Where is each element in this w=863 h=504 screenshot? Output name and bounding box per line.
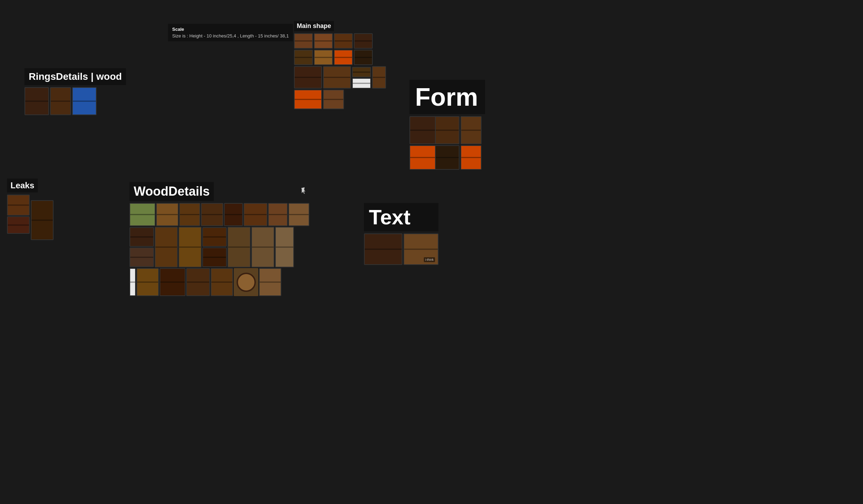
barrel-image bbox=[202, 247, 227, 267]
barrel-image bbox=[352, 78, 371, 89]
barrel-image bbox=[259, 268, 281, 296]
barrel-image bbox=[129, 247, 154, 267]
barrel-image bbox=[314, 33, 333, 49]
barrel-image bbox=[435, 116, 459, 144]
barrel-image bbox=[201, 203, 223, 226]
barrel-image bbox=[50, 87, 71, 115]
text-title: Text bbox=[364, 203, 438, 231]
form-cluster: Form bbox=[409, 80, 485, 170]
barrel-image bbox=[268, 203, 288, 226]
barrel-image bbox=[294, 66, 322, 89]
wood-details-title: WoodDetails bbox=[129, 182, 214, 201]
barrel-image bbox=[234, 268, 258, 296]
barrel-image bbox=[294, 50, 313, 65]
barrel-image bbox=[72, 87, 97, 115]
barrel-image bbox=[178, 227, 202, 267]
rings-details-title: RingsDetails | wood bbox=[24, 68, 126, 85]
barrel-image bbox=[202, 227, 227, 247]
barrel-image bbox=[409, 145, 437, 170]
scale-cluster: Scale Size is : Height - 10 inches/25,4 … bbox=[168, 24, 293, 41]
barrel-image bbox=[129, 268, 136, 296]
barrel-image bbox=[7, 195, 30, 216]
barrel-image bbox=[160, 268, 185, 296]
scale-title: Scale bbox=[172, 27, 289, 32]
scale-description: Size is : Height - 10 inches/25,4 , Leng… bbox=[172, 33, 289, 38]
barrel-image bbox=[224, 203, 243, 226]
barrel-image bbox=[31, 200, 54, 240]
wood-details-cluster: WoodDetails bbox=[129, 182, 309, 296]
barrel-image bbox=[186, 268, 210, 296]
leaks-title: Leaks bbox=[7, 178, 38, 192]
barrel-image bbox=[435, 145, 459, 170]
barrel-image bbox=[364, 233, 402, 265]
barrel-image bbox=[461, 116, 482, 144]
barrel-image bbox=[354, 50, 373, 65]
barrel-image bbox=[211, 268, 233, 296]
barrel-image bbox=[156, 203, 178, 226]
barrel-image bbox=[334, 50, 353, 65]
barrel-image bbox=[323, 90, 344, 109]
barrel-image bbox=[352, 67, 371, 77]
barrel-image bbox=[129, 203, 155, 226]
barrel-image bbox=[155, 227, 178, 267]
barrel-image bbox=[251, 227, 274, 267]
barrel-image: i-think bbox=[404, 233, 438, 265]
main-shape-cluster: Main shape bbox=[294, 21, 386, 109]
barrel-image bbox=[227, 227, 251, 267]
barrel-image bbox=[461, 145, 482, 170]
form-title: Form bbox=[409, 80, 485, 114]
barrel-image bbox=[275, 227, 294, 267]
barrel-image bbox=[372, 66, 386, 89]
barrel-image bbox=[354, 33, 373, 49]
rings-details-cluster: RingsDetails | wood bbox=[24, 68, 126, 115]
main-shape-title: Main shape bbox=[294, 21, 334, 31]
barrel-image bbox=[244, 203, 267, 226]
barrel-image bbox=[294, 90, 322, 109]
barrel-image bbox=[7, 216, 30, 234]
barrel-image bbox=[179, 203, 200, 226]
barrel-image bbox=[334, 33, 353, 49]
barrel-image bbox=[409, 116, 437, 144]
barrel-image bbox=[288, 203, 309, 226]
barrel-image bbox=[294, 33, 313, 49]
leaks-cluster: Leaks bbox=[7, 178, 54, 240]
barrel-image bbox=[24, 87, 49, 115]
text-cluster: Text i-think bbox=[364, 203, 438, 265]
barrel-image bbox=[314, 50, 333, 65]
barrel-image bbox=[136, 268, 159, 296]
barrel-image bbox=[323, 66, 351, 89]
barrel-image bbox=[129, 227, 154, 247]
